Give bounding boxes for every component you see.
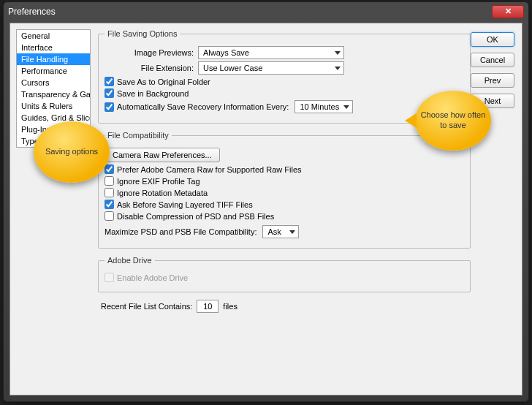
- sidebar-item-interface[interactable]: Interface: [17, 42, 90, 53]
- recent-files-input[interactable]: [197, 300, 218, 313]
- ask-tiff-label: Ask Before Saving Layered TIFF Files: [117, 200, 253, 209]
- ok-button[interactable]: OK: [471, 32, 514, 47]
- callout-saving-options: Saving options: [34, 121, 110, 183]
- fso-legend: File Saving Options: [104, 29, 180, 38]
- max-compat-value: Ask: [267, 227, 281, 236]
- sidebar-item-file-handling[interactable]: File Handling: [17, 53, 90, 65]
- ignore-rotation-input[interactable]: [104, 188, 114, 197]
- chevron-down-icon: [289, 230, 295, 234]
- sidebar-item-performance[interactable]: Performance: [17, 65, 90, 77]
- disable-compression-input[interactable]: [104, 211, 114, 221]
- save-as-original-checkbox[interactable]: Save As to Original Folder: [104, 77, 210, 86]
- fc-legend: File Compatibility: [104, 131, 172, 140]
- enable-adobe-drive-input: [104, 273, 114, 282]
- adobe-drive-group: Adobe Drive Enable Adobe Drive: [98, 256, 471, 292]
- sidebar-item-general[interactable]: General: [17, 30, 90, 42]
- disable-compression-label: Disable Compression of PSD and PSB Files: [117, 212, 274, 221]
- sidebar-item-cursors[interactable]: Cursors: [17, 77, 90, 88]
- ignore-exif-label: Ignore EXIF Profile Tag: [117, 177, 200, 186]
- close-icon: ✕: [505, 7, 512, 15]
- ask-tiff-checkbox[interactable]: Ask Before Saving Layered TIFF Files: [104, 200, 253, 209]
- save-as-original-input[interactable]: [104, 77, 114, 86]
- file-extension-value: Use Lower Case: [203, 64, 262, 72]
- save-background-label: Save in Background: [117, 89, 189, 98]
- callout-save-frequency-text: Choose how often to save: [419, 110, 487, 131]
- prefer-acr-input[interactable]: [104, 164, 114, 174]
- close-button[interactable]: ✕: [492, 5, 524, 18]
- cancel-button[interactable]: Cancel: [471, 53, 514, 67]
- dialog-client: General Interface File Handling Performa…: [10, 23, 522, 395]
- save-as-original-label: Save As to Original Folder: [117, 77, 210, 86]
- ignore-rotation-checkbox[interactable]: Ignore Rotation Metadata: [104, 188, 208, 197]
- preferences-dialog: Preferences ✕ General Interface File Han…: [3, 1, 529, 402]
- image-previews-value: Always Save: [203, 48, 249, 57]
- prefer-acr-label: Prefer Adobe Camera Raw for Supported Ra…: [117, 165, 302, 174]
- auto-save-interval-dropdown[interactable]: 10 Minutes: [294, 100, 353, 113]
- image-previews-dropdown[interactable]: Always Save: [198, 46, 344, 59]
- ask-tiff-input[interactable]: [104, 200, 114, 209]
- disable-compression-checkbox[interactable]: Disable Compression of PSD and PSB Files: [104, 211, 274, 221]
- window-title: Preferences: [8, 7, 492, 17]
- max-compat-dropdown[interactable]: Ask: [262, 225, 299, 238]
- save-background-input[interactable]: [104, 88, 114, 98]
- callout-save-frequency: Choose how often to save: [415, 91, 491, 151]
- ignore-exif-checkbox[interactable]: Ignore EXIF Profile Tag: [104, 176, 200, 186]
- sidebar-item-transparency[interactable]: Transparency & Gamut: [17, 88, 90, 100]
- camera-raw-prefs-button[interactable]: Camera Raw Preferences...: [104, 148, 220, 162]
- ignore-exif-input[interactable]: [104, 176, 114, 186]
- titlebar: Preferences ✕: [4, 2, 528, 21]
- auto-save-label: Automatically Save Recovery Information …: [117, 102, 289, 111]
- prev-button[interactable]: Prev: [471, 73, 514, 88]
- settings-panel: File Saving Options Image Previews: Alwa…: [98, 29, 471, 313]
- recent-files-row: Recent File List Contains: files: [101, 300, 471, 313]
- auto-save-interval-value: 10 Minutes: [300, 102, 339, 111]
- file-extension-label: File Extension:: [104, 64, 198, 72]
- sidebar-item-units[interactable]: Units & Rulers: [17, 100, 90, 112]
- recent-files-suffix: files: [223, 302, 238, 311]
- save-background-checkbox[interactable]: Save in Background: [104, 88, 189, 98]
- ignore-rotation-label: Ignore Rotation Metadata: [117, 189, 208, 197]
- auto-save-input[interactable]: [104, 102, 114, 112]
- auto-save-checkbox[interactable]: Automatically Save Recovery Information …: [104, 102, 289, 112]
- enable-adobe-drive-checkbox: Enable Adobe Drive: [104, 273, 188, 282]
- prefer-acr-checkbox[interactable]: Prefer Adobe Camera Raw for Supported Ra…: [104, 164, 302, 174]
- file-compatibility-group: File Compatibility Camera Raw Preference…: [98, 131, 471, 249]
- file-extension-dropdown[interactable]: Use Lower Case: [198, 61, 344, 75]
- enable-adobe-drive-label: Enable Adobe Drive: [117, 273, 188, 282]
- adrive-legend: Adobe Drive: [104, 256, 155, 265]
- file-saving-options-group: File Saving Options Image Previews: Alwa…: [98, 29, 471, 124]
- recent-files-label: Recent File List Contains:: [101, 302, 192, 311]
- chevron-down-icon: [335, 51, 341, 55]
- callout-saving-options-text: Saving options: [45, 147, 98, 157]
- image-previews-label: Image Previews:: [104, 48, 198, 57]
- max-compat-label: Maximize PSD and PSB File Compatibility:: [104, 227, 256, 236]
- chevron-down-icon: [335, 67, 341, 70]
- chevron-down-icon: [343, 105, 349, 109]
